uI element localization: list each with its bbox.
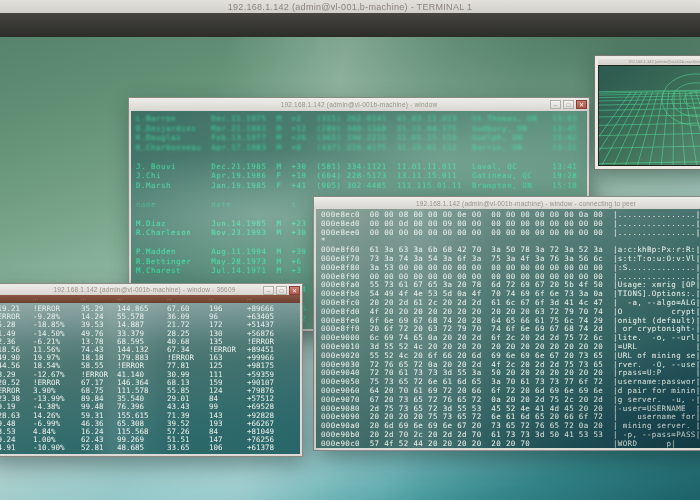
close-button[interactable]: ✕ [576, 100, 587, 109]
window-title: 192.168.1.142 (admin@vl-001b-machine) - … [281, 101, 438, 108]
column-header: ··· [117, 295, 167, 303]
column-header: ··· [33, 295, 81, 303]
table-row: 000e9080 2d 75 73 65 72 3d 55 53 45 52 4… [321, 405, 700, 414]
table-row: 000e8fd0 4f 20 20 20 20 20 20 20 20 20 2… [321, 308, 700, 317]
table-row: 85.28-18.85%39.5314.88721.72172+51437 [0, 321, 300, 329]
table-row: 21.49-14.50%49.7633.37928.25130+56876 [0, 330, 300, 338]
table-row: 000e8fb0 54 49 4f 4e 53 5d 0a 4f 70 74 6… [321, 290, 700, 299]
minimize-button[interactable]: – [550, 100, 561, 109]
wireframe-window: 192.168.1.142 (admin@vl-001b-machine) [594, 55, 700, 170]
table-row [136, 152, 587, 162]
hexdump-output: 000e8ec0 00 00 08 00 00 00 0e 00 00 00 0… [316, 209, 700, 448]
window-title: 192.168.1.142 (admin@vl-001b-machine) - … [416, 200, 636, 207]
table-row: 34.91-10.90%52.8148.68533.65106+61378 [0, 444, 300, 452]
column-header: ··· [209, 295, 247, 303]
table-row: 000e8ee0 00 00 00 00 00 00 00 00 00 00 0… [321, 229, 700, 238]
table-row: 000e9090 20 20 20 20 75 73 65 72 6e 61 6… [321, 413, 700, 422]
table-row: 000e8fe0 6f 6e 69 67 68 74 20 28 64 65 6… [321, 317, 700, 326]
table-row: 000e8ed0 00 00 0d 00 00 09 00 00 00 00 0… [321, 220, 700, 229]
table-row: 000e8f80 3a 53 00 00 00 00 00 00 00 00 0… [321, 264, 700, 273]
table-row: 000e9070 67 20 73 65 72 76 65 72 0a 20 2… [321, 396, 700, 405]
table-row: 52.36-6.21%13.7868.59540.68135!ERROR [0, 338, 300, 346]
table-row: 93.534.84%16.24115.56857.2684+81049 [0, 428, 300, 436]
wireframe-viewport [598, 65, 700, 166]
metrics-window: 192.168.1.142 (admin@vl-001b-machine) - … [0, 283, 303, 457]
table-row: 000e8fc0 20 20 2d 61 2c 20 2d 2d 61 6c 6… [321, 299, 700, 308]
table-row: 128.6314.26%59.31155.61571.39143+92828 [0, 412, 300, 420]
table-row: 149.9019.97%18.18179.883!ERROR163+99966 [0, 354, 300, 362]
table-row: 000e9050 75 73 65 72 6e 61 6d 65 3a 70 6… [321, 378, 700, 387]
table-row: !ERROR3.90%68.75111.57855.85124+79876 [0, 387, 300, 395]
table-row: D.Desjardins Mar.21.1991 M +11 (289) 340… [136, 124, 587, 134]
table-row: 144.5618.54%58.55!ERROR77.81125+98175 [0, 362, 300, 370]
wireframe-canvas [599, 66, 700, 165]
metrics-output: 119.21!ERROR35.29144.86567.60196+89666!E… [0, 303, 300, 454]
table-row: 000e90a0 20 6d 69 6e 69 6e 67 20 73 65 7… [321, 422, 700, 431]
session-titlebar: 192.168.1.142 (admin@vl-001.b-machine) -… [0, 0, 700, 13]
close-button[interactable]: ✕ [289, 286, 300, 295]
maximize-button[interactable]: □ [563, 100, 574, 109]
column-header: ··· [0, 295, 33, 303]
table-row: 000e9030 72 76 65 72 0a 20 20 2d 4f 2c 2… [321, 361, 700, 370]
table-row: L.Barron Dec.11.1975 M +2 (315) 262-0141… [136, 114, 587, 124]
column-header: ··· [167, 295, 209, 303]
table-row: * [321, 237, 700, 246]
table-row: 000e8f60 61 3a 63 3a 6b 68 42 70 3a 50 7… [321, 246, 700, 255]
table-row: 000e8fa0 55 73 61 67 65 3a 20 78 6d 72 6… [321, 281, 700, 290]
table-row: K.Douglas Feb.13.1977 M +26 (365) 190-22… [136, 133, 587, 143]
table-row: 123.38-13.99%89.8435.54029.0184+57512 [0, 395, 300, 403]
table-row: 79.241.00%62.4399.26951.51147+76256 [0, 436, 300, 444]
table-row: 000e8ec0 00 00 08 00 00 00 0e 00 00 00 0… [321, 211, 700, 220]
column-header: ··· [247, 295, 295, 303]
table-row: 000e9010 3d 55 52 4c 20 20 20 20 20 20 2… [321, 343, 700, 352]
table-row: 000e9020 55 52 4c 20 6f 66 20 6d 69 6e 6… [321, 352, 700, 361]
desktop: 192.168.1.142 (admin@vl-001.b-machine) -… [0, 0, 700, 500]
table-row: !ERROR-9.28%14.2455.57836.0996+63405 [0, 313, 300, 321]
table-row: 000e8f90 00 00 00 00 00 00 00 00 00 00 0… [321, 273, 700, 282]
table-row: 59.19-4.38%99.4876.39643.4399+69528 [0, 403, 300, 411]
metrics-window-titlebar[interactable]: 192.168.1.142 (admin@vl-001b-machine) - … [0, 284, 302, 295]
table-row: J. Bouvi Dec.21.1985 M +30 (581) 334-112… [136, 162, 587, 172]
table-row: 118.5611.56%74.43144.13267.34!ERROR+8945… [0, 346, 300, 354]
table-row: 49.48-6.99%46.3665.30839.52193+66267 [0, 420, 300, 428]
table-row: 120.52!ERROR67.17146.36468.13159+90107 [0, 379, 300, 387]
minimize-button[interactable]: – [263, 286, 274, 295]
table-row: 000e9060 64 20 70 61 69 72 20 66 6f 72 2… [321, 387, 700, 396]
table-row: 000e8ff0 20 6f 72 20 63 72 79 70 74 6f 6… [321, 325, 700, 334]
hexdump-window: 192.168.1.142 (admin@vl-001b-machine) - … [313, 196, 700, 451]
table-row: 28.29-12.67%!ERROR41.14030.99111+59359 [0, 371, 300, 379]
table-row: J.Chi Apr.19.1986 F +19 (604) 228-5173 1… [136, 171, 587, 181]
hexdump-window-titlebar[interactable]: 192.168.1.142 (admin@vl-001b-machine) - … [314, 197, 700, 209]
personnel-window-titlebar[interactable]: 192.168.1.142 (admin@vl-001b-machine) - … [129, 98, 589, 111]
table-row: 000e8f70 73 3a 74 3a 54 3a 6f 3a 75 3a 4… [321, 255, 700, 264]
table-row: 000e9040 72 70 61 73 73 3d 55 3a 50 20 2… [321, 369, 700, 378]
table-row: D.Marsh Jan.19.1985 F +41 (905) 302-4485… [136, 181, 587, 191]
metrics-header: ····················· [0, 295, 300, 303]
window-title: 192.168.1.142 (admin@vl-001b-machine) - … [53, 286, 235, 293]
table-row: 000e90b0 20 2d 70 2c 20 2d 2d 70 61 73 7… [321, 431, 700, 440]
column-header: ··· [81, 295, 117, 303]
table-row: K.Charbonneau Apr.17.1983 M +8 (437) 226… [136, 143, 587, 153]
table-row: 119.21!ERROR35.29144.86567.60196+89666 [0, 305, 300, 313]
top-panel [0, 13, 700, 37]
session-title: 192.168.1.142 (admin@vl-001.b-machine) -… [228, 2, 473, 12]
table-row: 000e90c0 57 4f 52 44 20 20 20 20 20 20 7… [321, 440, 700, 448]
table-row: 000e9000 6c 69 74 65 0a 20 20 2d 6f 2c 2… [321, 334, 700, 343]
maximize-button[interactable]: □ [276, 286, 287, 295]
